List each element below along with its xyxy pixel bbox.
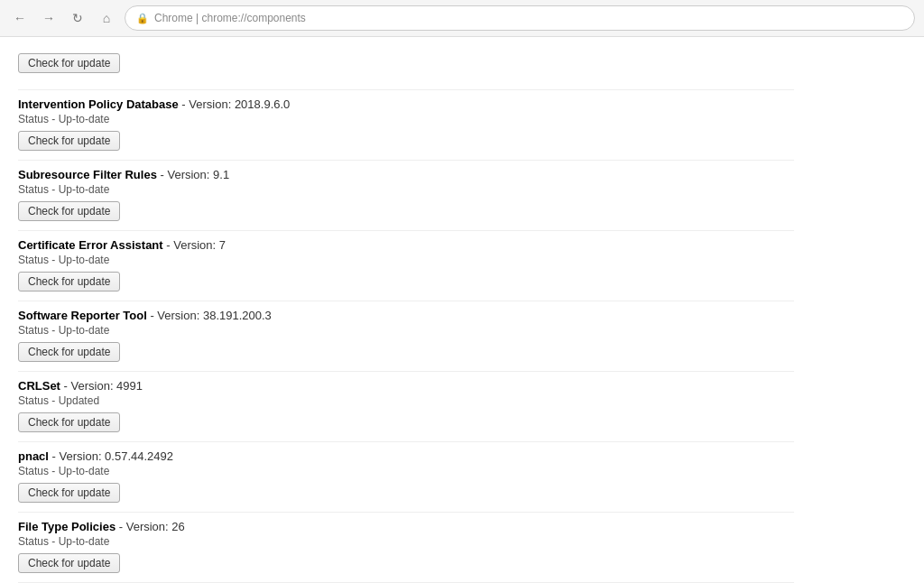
chrome-label: Chrome | chrome://components [154,12,306,24]
component-status: Status - Updated [18,394,794,407]
browser-chrome: ← → ↻ ⌂ 🔒 Chrome | chrome://components [0,0,924,37]
component-status: Status - Up-to-date [18,324,794,337]
component-version: - Version: 0.57.44.2492 [52,449,173,463]
component-status: Status - Up-to-date [18,465,794,477]
browser-toolbar: ← → ↻ ⌂ 🔒 Chrome | chrome://components [0,0,924,36]
check-update-button-file-type-policies[interactable]: Check for update [18,553,120,573]
component-version: - Version: 4991 [64,379,143,393]
check-update-button-cert-error-assistant[interactable]: Check for update [18,272,120,292]
check-update-button-software-reporter[interactable]: Check for update [18,342,120,362]
component-name: pnacl [18,449,49,463]
check-update-button-pnacl[interactable]: Check for update [18,483,120,503]
lock-icon: 🔒 [136,13,149,24]
check-update-button-intervention-policy-db[interactable]: Check for update [18,131,120,151]
component-item-intervention-policy-db: Intervention Policy Database - Version: … [18,90,794,161]
component-status: Status - Up-to-date [18,113,794,125]
component-status: Status - Up-to-date [18,254,794,266]
component-name: File Type Policies [18,520,116,533]
component-item-crlset: CRLSet - Version: 4991 Status - Updated … [18,372,794,442]
component-name: Software Reporter Tool [18,309,147,322]
top-component-item: Check for update [18,46,794,90]
component-name: Intervention Policy Database [18,97,179,111]
component-item-pnacl: pnacl - Version: 0.57.44.2492 Status - U… [18,442,794,513]
component-name: CRLSet [18,379,60,393]
back-button[interactable]: ← [9,7,31,29]
check-update-button-subresource-filter[interactable]: Check for update [18,201,120,221]
component-version: - Version: 7 [166,238,226,252]
component-status: Status - Up-to-date [18,183,794,196]
component-version: - Version: 26 [119,520,185,533]
component-item-software-reporter: Software Reporter Tool - Version: 38.191… [18,301,794,372]
check-update-button-crlset[interactable]: Check for update [18,412,120,432]
address-bar[interactable]: 🔒 Chrome | chrome://components [125,5,915,31]
component-version: - Version: 2018.9.6.0 [181,97,290,111]
component-item-file-type-policies: File Type Policies - Version: 26 Status … [18,513,794,583]
reload-button[interactable]: ↻ [67,7,88,29]
component-status: Status - Up-to-date [18,535,794,548]
page-content: Check for update Intervention Policy Dat… [0,37,812,583]
component-version: - Version: 9.1 [161,168,230,181]
components-list: Intervention Policy Database - Version: … [18,90,794,583]
component-item-subresource-filter: Subresource Filter Rules - Version: 9.1 … [18,161,794,231]
top-check-update-button[interactable]: Check for update [18,53,120,73]
component-item-cert-error-assistant: Certificate Error Assistant - Version: 7… [18,231,794,301]
component-version: - Version: 38.191.200.3 [150,309,271,322]
component-name: Subresource Filter Rules [18,168,157,181]
forward-button[interactable]: → [38,7,60,29]
home-button[interactable]: ⌂ [96,7,117,29]
component-name: Certificate Error Assistant [18,238,163,252]
